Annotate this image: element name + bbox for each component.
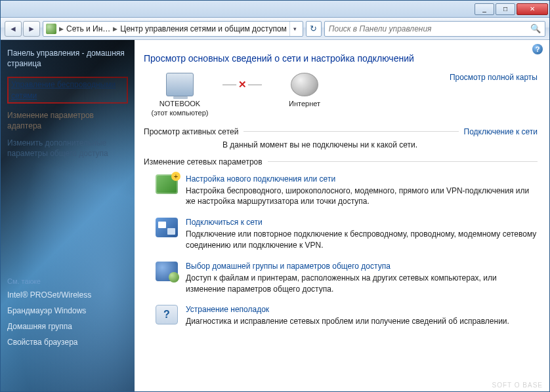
task-new-connection: Настройка нового подключения или сети На… (156, 174, 538, 208)
search-box[interactable]: 🔍 (324, 21, 545, 37)
sidebar-item-advanced[interactable]: Изменить дополнительные параметры общего… (7, 138, 128, 159)
watermark: SOFT O BASE (492, 382, 543, 389)
sidebar-home-link[interactable]: Панель управления - домашняя страница (7, 48, 128, 69)
connection-line: ✕ (222, 73, 262, 96)
page-title: Просмотр основных сведений о сети и наст… (144, 53, 538, 64)
connect-to-network-link[interactable]: Подключение к сети (464, 127, 538, 136)
view-full-map-link[interactable]: Просмотр полной карты (450, 73, 538, 82)
node-this-pc[interactable]: NOTEBOOK (этот компьютер) (144, 73, 216, 118)
navbar: ◄ ► ▶ Сеть и Ин… ▶ Центр управления сетя… (1, 18, 549, 40)
change-settings-header: Изменение сетевых параметров (144, 157, 538, 167)
chevron-icon: ▶ (59, 26, 64, 32)
task-desc: Диагностика и исправление сетевых пробле… (186, 316, 538, 327)
titlebar: _ □ ✕ (1, 1, 549, 18)
window: _ □ ✕ ◄ ► ▶ Сеть и Ин… ▶ Центр управлени… (0, 0, 550, 392)
task-link[interactable]: Подключиться к сети (186, 218, 538, 227)
task-body: Подключиться к сети Подключение или повт… (186, 218, 538, 251)
section-title: Просмотр активных сетей (144, 127, 238, 136)
task-link[interactable]: Устранение неполадок (186, 305, 538, 314)
task-desc: Подключение или повторное подключение к … (186, 229, 538, 251)
globe-icon (291, 73, 318, 96)
task-troubleshoot: Устранение неполадок Диагностика и испра… (156, 305, 538, 327)
task-link[interactable]: Выбор домашней группы и параметров общег… (186, 262, 538, 271)
homegroup-icon (156, 262, 178, 281)
connect-icon (156, 218, 178, 237)
task-link[interactable]: Настройка нового подключения или сети (186, 174, 538, 184)
node-label: Интернет (289, 99, 320, 108)
network-map: NOTEBOOK (этот компьютер) ✕ Интернет Про… (144, 73, 538, 118)
node-sublabel: (этот компьютер) (151, 108, 208, 117)
refresh-button[interactable]: ↻ (306, 21, 322, 37)
nav-arrows: ◄ ► (5, 21, 40, 37)
help-icon[interactable]: ? (532, 44, 543, 54)
see-also-header: См. также (7, 277, 128, 285)
breadcrumb-seg2[interactable]: Центр управления сетями и общим доступом (120, 24, 287, 33)
see-also-link[interactable]: Домашняя группа (7, 322, 128, 331)
forward-button[interactable]: ► (23, 21, 40, 37)
task-body: Устранение неполадок Диагностика и испра… (186, 305, 538, 327)
see-also-link[interactable]: Свойства браузера (7, 338, 128, 347)
node-internet[interactable]: Интернет (268, 73, 341, 108)
see-also-link[interactable]: Intel® PROSet/Wireless (7, 290, 128, 300)
body: Панель управления - домашняя страница Уп… (1, 40, 549, 391)
section-title: Изменение сетевых параметров (144, 157, 263, 167)
sidebar-item-wireless[interactable]: Управление беспроводными сетями (7, 77, 128, 103)
new-connection-icon (156, 174, 178, 194)
active-networks-message: В данный момент вы не подключены ни к ка… (222, 140, 538, 149)
search-icon: 🔍 (530, 24, 541, 33)
connection-fail-icon: ✕ (236, 79, 248, 90)
maximize-button[interactable]: □ (496, 3, 515, 15)
minimize-button[interactable]: _ (475, 3, 494, 15)
see-also-link[interactable]: Брандмауэр Windows (7, 306, 128, 315)
task-connect: Подключиться к сети Подключение или повт… (156, 218, 538, 251)
task-homegroup: Выбор домашней группы и параметров общег… (156, 262, 538, 295)
task-desc: Настройка беспроводного, широкополосного… (186, 186, 538, 208)
divider (268, 161, 538, 162)
chevron-icon: ▶ (113, 26, 117, 32)
content: ? Просмотр основных сведений о сети и на… (135, 40, 549, 391)
address-icon (46, 24, 56, 34)
breadcrumb-seg1[interactable]: Сеть и Ин… (66, 24, 110, 33)
troubleshoot-icon (156, 305, 178, 324)
active-networks-header: Просмотр активных сетей Подключение к се… (144, 127, 538, 136)
computer-icon (166, 73, 194, 96)
task-body: Настройка нового подключения или сети На… (186, 174, 538, 208)
task-desc: Доступ к файлам и принтерам, расположенн… (186, 273, 538, 295)
close-button[interactable]: ✕ (517, 3, 548, 15)
address-dropdown[interactable]: ▾ (289, 22, 300, 36)
address-bar[interactable]: ▶ Сеть и Ин… ▶ Центр управления сетями и… (43, 21, 303, 37)
divider (243, 131, 458, 132)
spacer (7, 166, 128, 277)
node-label: NOTEBOOK (159, 99, 200, 108)
sidebar: Панель управления - домашняя страница Уп… (1, 40, 135, 391)
back-button[interactable]: ◄ (5, 21, 22, 37)
sidebar-item-adapter[interactable]: Изменение параметров адаптера (7, 110, 128, 131)
search-input[interactable] (329, 24, 528, 33)
task-body: Выбор домашней группы и параметров общег… (186, 262, 538, 295)
